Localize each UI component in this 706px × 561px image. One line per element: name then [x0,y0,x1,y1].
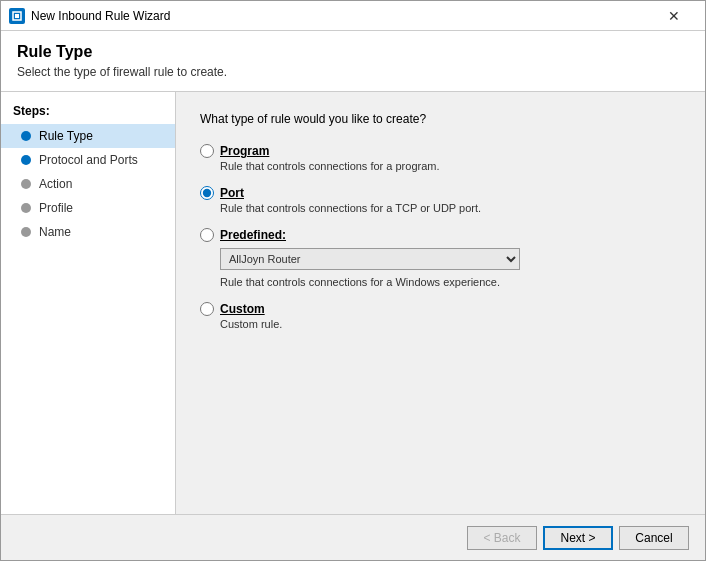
svg-rect-1 [15,14,19,18]
sidebar-item-label: Protocol and Ports [39,153,138,167]
close-button[interactable]: ✕ [651,1,697,31]
header-section: Rule Type Select the type of firewall ru… [1,31,705,92]
dot-icon [21,227,31,237]
port-label: Port [220,186,244,200]
port-desc: Rule that controls connections for a TCP… [220,202,681,214]
page-subtitle: Select the type of firewall rule to crea… [17,65,689,79]
predefined-label-row[interactable]: Predefined: [200,228,681,242]
port-label-row[interactable]: Port [200,186,681,200]
title-bar-text: New Inbound Rule Wizard [31,9,651,23]
port-radio[interactable] [200,186,214,200]
option-custom: Custom Custom rule. [200,302,681,330]
sidebar-item-action[interactable]: Action [1,172,175,196]
sidebar-item-profile[interactable]: Profile [1,196,175,220]
window-icon [9,8,25,24]
back-button[interactable]: < Back [467,526,537,550]
sidebar-item-label: Action [39,177,72,191]
program-label-row[interactable]: Program [200,144,681,158]
dot-icon [21,155,31,165]
cancel-button[interactable]: Cancel [619,526,689,550]
radio-group: Program Rule that controls connections f… [200,144,681,330]
predefined-label: Predefined: [220,228,286,242]
footer: < Back Next > Cancel [1,514,705,560]
wizard-window: New Inbound Rule Wizard ✕ Rule Type Sele… [0,0,706,561]
page-title: Rule Type [17,43,689,61]
main-panel: What type of rule would you like to crea… [176,92,705,514]
custom-desc: Custom rule. [220,318,681,330]
option-program: Program Rule that controls connections f… [200,144,681,172]
dot-icon [21,131,31,141]
dot-icon [21,179,31,189]
predefined-dropdown-row: AllJoyn Router [220,248,681,270]
custom-label: Custom [220,302,265,316]
program-label: Program [220,144,269,158]
sidebar: Steps: Rule Type Protocol and Ports Acti… [1,92,176,514]
sidebar-item-name[interactable]: Name [1,220,175,244]
sidebar-item-label: Profile [39,201,73,215]
next-button[interactable]: Next > [543,526,613,550]
custom-label-row[interactable]: Custom [200,302,681,316]
dot-icon [21,203,31,213]
title-bar: New Inbound Rule Wizard ✕ [1,1,705,31]
question-text: What type of rule would you like to crea… [200,112,681,126]
sidebar-item-rule-type[interactable]: Rule Type [1,124,175,148]
predefined-select[interactable]: AllJoyn Router [220,248,520,270]
option-port: Port Rule that controls connections for … [200,186,681,214]
sidebar-item-label: Rule Type [39,129,93,143]
program-desc: Rule that controls connections for a pro… [220,160,681,172]
predefined-radio[interactable] [200,228,214,242]
custom-radio[interactable] [200,302,214,316]
sidebar-item-label: Name [39,225,71,239]
option-predefined: Predefined: AllJoyn Router Rule that con… [200,228,681,288]
steps-label: Steps: [1,104,175,124]
content-area: Steps: Rule Type Protocol and Ports Acti… [1,92,705,514]
program-radio[interactable] [200,144,214,158]
predefined-desc: Rule that controls connections for a Win… [220,276,681,288]
sidebar-item-protocol-ports[interactable]: Protocol and Ports [1,148,175,172]
